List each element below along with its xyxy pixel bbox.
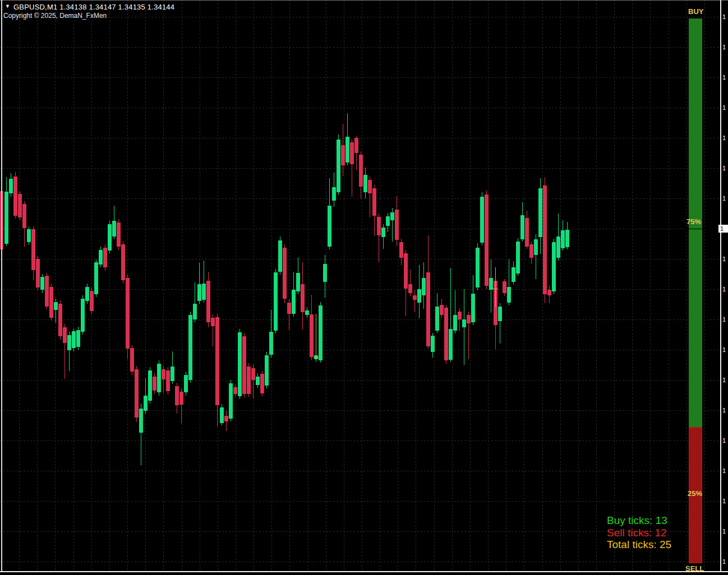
price-axis-label: 1 xyxy=(722,377,726,383)
buy-ticks-counter: Buy ticks: 13 xyxy=(607,514,667,527)
total-ticks-counter: Total ticks: 25 xyxy=(607,539,671,551)
indicator-copyright: Copyright © 2025, DemaN_FxMen xyxy=(3,12,107,20)
price-axis-label: 1 xyxy=(722,14,726,20)
price-axis-label: 1 xyxy=(722,468,726,474)
price-axis-label: 1 xyxy=(722,438,726,444)
sell-zone-label: SELL xyxy=(685,564,704,573)
price-axis-separator xyxy=(720,0,721,571)
symbol-quote-title: GBPUSD,M1 1.34138 1.34147 1.34135 1.3414… xyxy=(13,3,174,11)
price-axis-label: 1 xyxy=(722,317,726,323)
price-axis-label: 1 xyxy=(722,559,726,565)
current-price-tag: 1 xyxy=(718,225,728,233)
buy-percent-label: 75% xyxy=(686,217,701,226)
price-axis-label: 1 xyxy=(722,196,726,202)
price-axis-label: 1 xyxy=(722,135,726,141)
chart-window: ▼ GBPUSD,M1 1.34138 1.34147 1.34135 1.34… xyxy=(0,0,728,575)
price-axis-label: 1 xyxy=(722,44,726,50)
price-axis-label: 1 xyxy=(722,105,726,111)
price-axis-label: 1 xyxy=(722,528,726,535)
price-axis-label: 1 xyxy=(722,347,726,353)
sell-percent-label: 25% xyxy=(688,489,702,498)
candlestick-chart[interactable] xyxy=(0,0,728,575)
price-axis-label: 1 xyxy=(722,407,726,414)
window-border-left xyxy=(1,0,2,572)
price-axis-label: 1 xyxy=(722,75,726,81)
window-border-bottom xyxy=(0,571,728,572)
sell-ticks-counter: Sell ticks: 12 xyxy=(607,527,667,539)
price-axis-label: 1 xyxy=(722,256,726,262)
window-border-top xyxy=(0,0,728,1)
chevron-down-icon[interactable]: ▼ xyxy=(5,3,10,9)
buy-zone-label: BUY xyxy=(688,7,703,16)
price-axis-label: 1 xyxy=(722,165,726,171)
current-price-line xyxy=(685,229,720,229)
price-axis-label: 1 xyxy=(722,498,726,504)
price-axis-label: 1 xyxy=(722,286,726,293)
